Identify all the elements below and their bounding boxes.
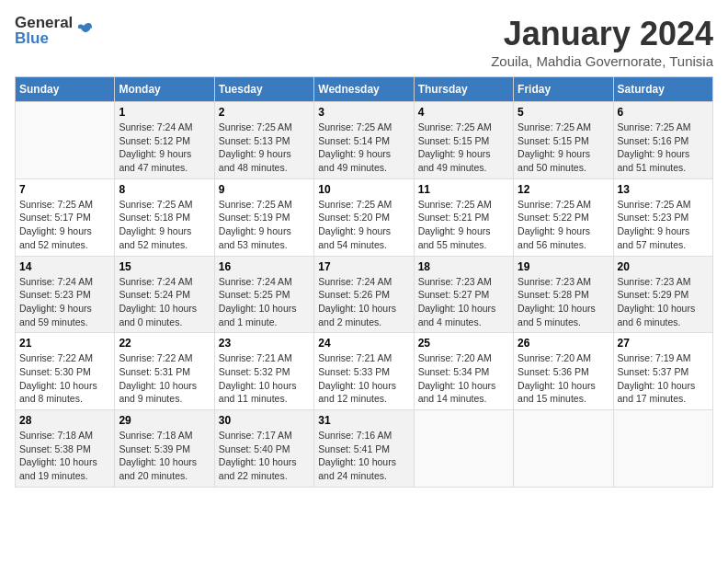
day-info: Sunrise: 7:25 AMSunset: 5:16 PMDaylight:… (618, 121, 709, 175)
weekday-header-monday: Monday (115, 77, 214, 102)
day-number: 17 (318, 260, 409, 273)
calendar-cell: 27Sunrise: 7:19 AMSunset: 5:37 PMDayligh… (613, 333, 712, 410)
day-number: 3 (318, 106, 409, 119)
calendar-cell: 22Sunrise: 7:22 AMSunset: 5:31 PMDayligh… (115, 333, 214, 410)
calendar-cell: 6Sunrise: 7:25 AMSunset: 5:16 PMDaylight… (613, 102, 712, 179)
day-number: 26 (518, 337, 609, 350)
day-number: 20 (618, 260, 709, 273)
calendar-cell: 5Sunrise: 7:25 AMSunset: 5:15 PMDaylight… (514, 102, 613, 179)
day-number: 13 (618, 183, 709, 196)
day-number: 11 (418, 183, 509, 196)
calendar-cell: 10Sunrise: 7:25 AMSunset: 5:20 PMDayligh… (314, 178, 414, 256)
calendar-cell: 12Sunrise: 7:25 AMSunset: 5:22 PMDayligh… (514, 178, 613, 256)
page-header: General Blue January 2024 Zouila, Mahdia… (15, 15, 713, 69)
day-number: 31 (318, 414, 409, 427)
calendar-cell: 9Sunrise: 7:25 AMSunset: 5:19 PMDaylight… (214, 178, 313, 256)
day-info: Sunrise: 7:23 AMSunset: 5:27 PMDaylight:… (418, 275, 509, 329)
calendar-table: SundayMondayTuesdayWednesdayThursdayFrid… (15, 76, 713, 488)
calendar-cell: 25Sunrise: 7:20 AMSunset: 5:34 PMDayligh… (414, 333, 513, 410)
day-number: 27 (618, 337, 709, 350)
day-info: Sunrise: 7:16 AMSunset: 5:41 PMDaylight:… (318, 429, 409, 483)
calendar-cell: 4Sunrise: 7:25 AMSunset: 5:15 PMDaylight… (414, 102, 513, 179)
day-info: Sunrise: 7:25 AMSunset: 5:13 PMDaylight:… (219, 121, 310, 175)
calendar-cell: 20Sunrise: 7:23 AMSunset: 5:29 PMDayligh… (613, 256, 712, 333)
weekday-header-friday: Friday (514, 77, 613, 102)
day-info: Sunrise: 7:24 AMSunset: 5:12 PMDaylight:… (119, 121, 210, 175)
calendar-cell: 21Sunrise: 7:22 AMSunset: 5:30 PMDayligh… (16, 333, 115, 410)
calendar-cell: 31Sunrise: 7:16 AMSunset: 5:41 PMDayligh… (314, 410, 414, 488)
calendar-cell: 13Sunrise: 7:25 AMSunset: 5:23 PMDayligh… (613, 178, 712, 256)
calendar-cell: 8Sunrise: 7:25 AMSunset: 5:18 PMDaylight… (115, 178, 214, 256)
calendar-cell: 2Sunrise: 7:25 AMSunset: 5:13 PMDaylight… (214, 102, 313, 179)
day-info: Sunrise: 7:22 AMSunset: 5:30 PMDaylight:… (19, 351, 110, 406)
day-info: Sunrise: 7:21 AMSunset: 5:32 PMDaylight:… (219, 351, 310, 406)
day-number: 12 (518, 183, 609, 196)
calendar-cell: 18Sunrise: 7:23 AMSunset: 5:27 PMDayligh… (414, 256, 513, 333)
calendar-cell: 30Sunrise: 7:17 AMSunset: 5:40 PMDayligh… (214, 410, 313, 488)
day-number: 15 (119, 260, 210, 273)
day-number: 21 (19, 337, 110, 350)
calendar-cell: 24Sunrise: 7:21 AMSunset: 5:33 PMDayligh… (314, 333, 414, 410)
day-info: Sunrise: 7:25 AMSunset: 5:17 PMDaylight:… (19, 198, 110, 252)
day-number: 25 (418, 337, 509, 350)
day-info: Sunrise: 7:20 AMSunset: 5:34 PMDaylight:… (418, 351, 509, 406)
day-info: Sunrise: 7:23 AMSunset: 5:29 PMDaylight:… (618, 275, 709, 329)
weekday-header-saturday: Saturday (613, 77, 712, 102)
calendar-week-row: 21Sunrise: 7:22 AMSunset: 5:30 PMDayligh… (16, 333, 713, 410)
day-info: Sunrise: 7:25 AMSunset: 5:14 PMDaylight:… (318, 121, 409, 175)
logo-blue: Blue (15, 30, 73, 46)
calendar-cell: 19Sunrise: 7:23 AMSunset: 5:28 PMDayligh… (514, 256, 613, 333)
calendar-cell: 29Sunrise: 7:18 AMSunset: 5:39 PMDayligh… (115, 410, 214, 488)
day-number: 19 (518, 260, 609, 273)
weekday-header-wednesday: Wednesday (314, 77, 414, 102)
day-number: 18 (418, 260, 509, 273)
day-info: Sunrise: 7:24 AMSunset: 5:25 PMDaylight:… (219, 275, 310, 329)
day-number: 4 (418, 106, 509, 119)
day-number: 1 (119, 106, 210, 119)
calendar-cell: 15Sunrise: 7:24 AMSunset: 5:24 PMDayligh… (115, 256, 214, 333)
calendar-cell: 17Sunrise: 7:24 AMSunset: 5:26 PMDayligh… (314, 256, 414, 333)
calendar-cell: 23Sunrise: 7:21 AMSunset: 5:32 PMDayligh… (214, 333, 313, 410)
day-info: Sunrise: 7:25 AMSunset: 5:20 PMDaylight:… (318, 198, 409, 252)
day-info: Sunrise: 7:20 AMSunset: 5:36 PMDaylight:… (518, 351, 609, 406)
day-info: Sunrise: 7:23 AMSunset: 5:28 PMDaylight:… (518, 275, 609, 329)
calendar-cell (613, 410, 712, 488)
day-info: Sunrise: 7:25 AMSunset: 5:15 PMDaylight:… (518, 121, 609, 175)
day-info: Sunrise: 7:17 AMSunset: 5:40 PMDaylight:… (219, 429, 310, 483)
day-number: 29 (119, 414, 210, 427)
day-info: Sunrise: 7:22 AMSunset: 5:31 PMDaylight:… (119, 351, 210, 406)
day-number: 23 (219, 337, 310, 350)
title-block: January 2024 Zouila, Mahdia Governorate,… (491, 15, 713, 69)
calendar-week-row: 7Sunrise: 7:25 AMSunset: 5:17 PMDaylight… (16, 178, 713, 256)
day-info: Sunrise: 7:18 AMSunset: 5:39 PMDaylight:… (119, 429, 210, 483)
calendar-week-row: 14Sunrise: 7:24 AMSunset: 5:23 PMDayligh… (16, 256, 713, 333)
day-number: 10 (318, 183, 409, 196)
day-info: Sunrise: 7:25 AMSunset: 5:21 PMDaylight:… (418, 198, 509, 252)
day-info: Sunrise: 7:24 AMSunset: 5:26 PMDaylight:… (318, 275, 409, 329)
calendar-cell: 11Sunrise: 7:25 AMSunset: 5:21 PMDayligh… (414, 178, 513, 256)
calendar-title: January 2024 (491, 15, 713, 53)
calendar-cell: 3Sunrise: 7:25 AMSunset: 5:14 PMDaylight… (314, 102, 414, 179)
day-info: Sunrise: 7:24 AMSunset: 5:23 PMDaylight:… (19, 275, 110, 329)
weekday-header-sunday: Sunday (16, 77, 115, 102)
day-number: 24 (318, 337, 409, 350)
day-info: Sunrise: 7:21 AMSunset: 5:33 PMDaylight:… (318, 351, 409, 406)
weekday-header-row: SundayMondayTuesdayWednesdayThursdayFrid… (16, 77, 713, 102)
calendar-cell: 16Sunrise: 7:24 AMSunset: 5:25 PMDayligh… (214, 256, 313, 333)
logo-bird-icon (74, 20, 95, 40)
day-info: Sunrise: 7:25 AMSunset: 5:19 PMDaylight:… (219, 198, 310, 252)
calendar-cell: 28Sunrise: 7:18 AMSunset: 5:38 PMDayligh… (16, 410, 115, 488)
logo-general: General (15, 15, 73, 30)
weekday-header-thursday: Thursday (414, 77, 513, 102)
day-number: 30 (219, 414, 310, 427)
day-number: 6 (618, 106, 709, 119)
calendar-cell: 1Sunrise: 7:24 AMSunset: 5:12 PMDaylight… (115, 102, 214, 179)
calendar-cell: 26Sunrise: 7:20 AMSunset: 5:36 PMDayligh… (514, 333, 613, 410)
logo: General Blue (15, 15, 95, 46)
day-number: 22 (119, 337, 210, 350)
day-info: Sunrise: 7:25 AMSunset: 5:23 PMDaylight:… (618, 198, 709, 252)
day-info: Sunrise: 7:18 AMSunset: 5:38 PMDaylight:… (19, 429, 110, 483)
calendar-week-row: 1Sunrise: 7:24 AMSunset: 5:12 PMDaylight… (16, 102, 713, 179)
day-info: Sunrise: 7:24 AMSunset: 5:24 PMDaylight:… (119, 275, 210, 329)
day-number: 2 (219, 106, 310, 119)
